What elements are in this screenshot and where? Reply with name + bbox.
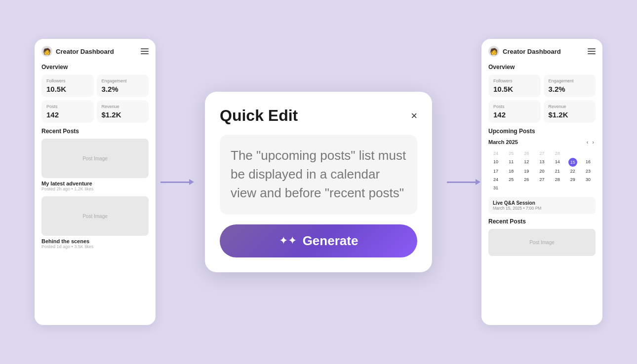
cal-cell-25a: 25 [504, 149, 518, 157]
cal-cell-14: 14 [550, 158, 565, 167]
cal-cell-20: 20 [534, 167, 549, 175]
left-post-title-1: Behind the scenes [41, 238, 149, 244]
left-post-title-0: My latest adventure [41, 181, 149, 186]
left-stats-grid: Followers 10.5K Engagement 3.2% Posts 14… [41, 74, 149, 123]
modal-close-button[interactable]: × [411, 109, 417, 122]
cal-nav: ‹ › [585, 139, 596, 146]
cal-cell-13: 13 [534, 158, 549, 167]
cal-cell-24a: 24 [488, 149, 503, 157]
cal-cell-27b: 27 [534, 176, 549, 183]
left-post-item-0: Post Image My latest adventure Posted 2h… [41, 139, 149, 191]
sparkle-icon: ✦✦ [279, 234, 297, 247]
left-arrow-line [160, 182, 190, 183]
right-post-image-0: Post Image [488, 229, 596, 256]
event-title: Live Q&A Session [493, 200, 591, 206]
left-post-image-label-0: Post Image [82, 156, 108, 161]
cal-cell-empty2 [581, 149, 596, 157]
cal-cell-12: 12 [519, 158, 534, 167]
cal-cell-21: 21 [550, 167, 565, 175]
cal-cell-25b: 25 [504, 176, 518, 183]
stat-label-followers: Followers [46, 78, 89, 83]
left-post-image-1: Post Image [41, 196, 149, 236]
cal-cell-15: 15 [568, 158, 577, 167]
stat-box-revenue: Revenue $1.2K [97, 100, 149, 123]
cal-cell-31: 31 [488, 184, 503, 192]
right-recent-posts-title: Recent Posts [488, 218, 596, 225]
right-avatar-icon: 🧑 [488, 46, 499, 57]
right-stat-value-posts: 142 [493, 110, 536, 119]
left-post-meta-0: Posted 2h ago • 1.2K likes [41, 186, 149, 191]
cal-cell-23: 23 [581, 167, 596, 175]
cal-next-button[interactable]: › [591, 139, 596, 146]
right-card-title: Creator Dashboard [503, 48, 561, 55]
right-stat-box-followers: Followers 10.5K [488, 74, 541, 97]
cal-cell-29: 29 [565, 176, 580, 183]
right-arrow-line [447, 182, 477, 183]
left-card-title: Creator Dashboard [56, 48, 114, 55]
event-meta: March 15, 2025 • 7:00 PM [493, 206, 591, 211]
cal-cell-28b: 28 [550, 176, 565, 183]
cal-cell-18: 18 [504, 167, 518, 175]
cal-cell-27a: 27 [534, 149, 549, 157]
right-hamburger-icon[interactable] [588, 48, 596, 54]
left-post-image-label-1: Post Image [82, 214, 108, 219]
left-overview-title: Overview [41, 64, 149, 71]
cal-cell-17: 17 [488, 167, 503, 175]
stat-value-followers: 10.5K [46, 85, 89, 93]
right-overview-title: Overview [488, 64, 596, 71]
quick-edit-modal: Quick Edit × The "upcoming posts" list m… [205, 92, 432, 272]
stat-value-posts: 142 [46, 110, 89, 119]
right-stat-value-revenue: $1.2K [549, 110, 591, 119]
generate-button[interactable]: ✦✦ Generate [220, 224, 417, 257]
stat-label-engagement: Engagement [102, 78, 144, 83]
event-card: Live Q&A Session March 15, 2025 • 7:00 P… [488, 197, 596, 214]
modal-title: Quick Edit [220, 107, 298, 125]
cal-cell-26a: 26 [519, 149, 534, 157]
cal-cell-30: 30 [581, 176, 596, 183]
right-stat-value-followers: 10.5K [493, 85, 536, 93]
right-stat-box-revenue: Revenue $1.2K [544, 100, 596, 123]
left-post-meta-1: Posted 1d ago • 3.5K likes [41, 244, 149, 249]
modal-header: Quick Edit × [220, 107, 417, 125]
stat-box-engagement: Engagement 3.2% [97, 74, 149, 97]
right-arrow-connector [447, 182, 477, 183]
cal-prev-button[interactable]: ‹ [585, 139, 590, 146]
right-stat-box-posts: Posts 142 [488, 100, 541, 123]
left-arrow-connector [160, 182, 190, 183]
stat-label-revenue: Revenue [102, 104, 144, 109]
right-card-header: 🧑 Creator Dashboard [488, 46, 596, 57]
modal-text-box: The "upcoming posts" list must be displa… [220, 135, 417, 214]
right-stat-label-posts: Posts [493, 104, 536, 109]
cal-cell-11: 11 [504, 158, 518, 167]
scene: 🧑 Creator Dashboard Overview Followers 1… [0, 0, 637, 364]
right-header-left: 🧑 Creator Dashboard [488, 46, 561, 57]
modal-text: The "upcoming posts" list must be displa… [231, 146, 406, 202]
right-stats-grid: Followers 10.5K Engagement 3.2% Posts 14… [488, 74, 596, 123]
right-post-item-0: Post Image [488, 229, 596, 256]
stat-value-engagement: 3.2% [102, 85, 144, 93]
right-stat-label-revenue: Revenue [549, 104, 591, 109]
left-recent-posts-title: Recent Posts [41, 128, 149, 135]
right-dashboard-card: 🧑 Creator Dashboard Overview Followers 1… [481, 39, 602, 325]
right-upcoming-posts-title: Upcoming Posts [488, 128, 596, 135]
calendar-header: March 2025 ‹ › [488, 139, 596, 146]
left-post-item-1: Post Image Behind the scenes Posted 1d a… [41, 196, 149, 249]
cal-cell-10: 10 [488, 158, 503, 167]
right-stat-label-engagement: Engagement [549, 78, 591, 83]
cal-cell-empty1 [565, 149, 580, 157]
calendar-month: March 2025 [488, 139, 518, 145]
left-post-image-0: Post Image [41, 139, 149, 178]
stat-box-posts: Posts 142 [41, 100, 94, 123]
generate-button-label: Generate [303, 233, 358, 249]
left-card-header: 🧑 Creator Dashboard [41, 46, 149, 57]
cal-cell-16: 16 [581, 158, 596, 167]
calendar-section: Upcoming Posts March 2025 ‹ › 24 25 26 2… [488, 128, 596, 192]
calendar-grid: 24 25 26 27 28 10 11 12 13 14 15 16 17 1… [488, 149, 596, 192]
left-dashboard-card: 🧑 Creator Dashboard Overview Followers 1… [35, 39, 156, 325]
left-avatar-icon: 🧑 [41, 46, 52, 57]
cal-cell-24b: 24 [488, 176, 503, 183]
left-hamburger-icon[interactable] [141, 48, 149, 54]
cal-cell-28a: 28 [550, 149, 565, 157]
right-post-image-label-0: Post Image [529, 240, 555, 245]
stat-label-posts: Posts [46, 104, 89, 109]
